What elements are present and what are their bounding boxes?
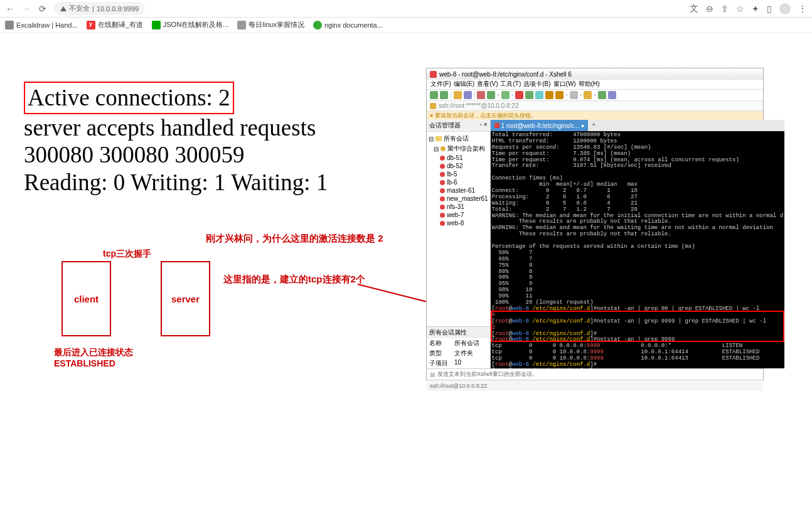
xshell-hint-bar: ● 要添加当前会话，点击左侧的箭头按钮。 (427, 111, 763, 120)
xshell-menu-bar: 文件(F) 编辑(E) 查看(V) 工具(T) 选项卡(B) 窗口(W) 帮助(… (427, 80, 763, 90)
toolbar-icon[interactable] (440, 91, 448, 99)
xshell-titlebar[interactable]: web-8 - root@web-8:/etc/nginx/conf.d - X… (427, 68, 763, 80)
tab-dropdown-icon[interactable]: ▾ (581, 122, 584, 129)
tree-item[interactable]: db-51 (429, 154, 488, 162)
tree-item[interactable]: web-8 (429, 219, 488, 227)
tree-root[interactable]: ⊟ 所有会话 (429, 134, 488, 144)
menu-tools[interactable]: 工具(T) (499, 80, 521, 89)
bookmark-item[interactable]: y在线翻译_有道 (87, 20, 143, 29)
session-properties: 所有会话属性 名称所有会话类型文件夹子项目10 (427, 326, 490, 368)
menu-view[interactable]: 查看(V) (476, 80, 498, 89)
url-divider: | (92, 5, 94, 13)
address-bar[interactable]: 不安全 | 10.0.0.8:9999 (54, 2, 145, 15)
client-box: client (61, 261, 111, 336)
toolbar-icon[interactable] (598, 91, 606, 99)
xshell-toolbar: | | • • • • • (427, 90, 763, 101)
back-button[interactable]: ← (5, 4, 15, 14)
session-tree: ⊟ 所有会话 ⊟ 聚中综合架构 db-51 db-52 lb-5 lb-6 ma… (427, 132, 490, 326)
tree-item[interactable]: db-52 (429, 162, 488, 170)
tcp-handshake-label: tcp三次握手 (103, 248, 151, 260)
bookmarks-bar: Excalidraw | Hand... y在线翻译_有道 JSON在线解析及格… (0, 18, 812, 33)
xshell-sidebar: 会话管理器 ▫ × ⊟ 所有会话 ⊟ 聚中综合架构 db-51 db-52 lb… (427, 120, 491, 368)
toolbar-icon[interactable] (608, 91, 616, 99)
toolbar-icon[interactable] (501, 91, 510, 99)
toolbar-icon[interactable] (584, 91, 592, 99)
bookmark-item[interactable]: Excalidraw | Hand... (5, 21, 78, 29)
forward-button[interactable]: → (21, 4, 31, 14)
xshell-terminal-area: 1 root@web-8:/etc/nginx/c... ▾ + Total t… (491, 120, 784, 368)
toolbar-icon[interactable] (515, 91, 523, 99)
reading-list-icon[interactable]: ▯ (767, 4, 772, 14)
xshell-tab-new[interactable]: + (588, 120, 599, 131)
toolbar-icon[interactable] (570, 91, 578, 99)
toolbar-icon[interactable] (535, 91, 543, 99)
toolbar-icon[interactable] (464, 91, 472, 99)
xshell-tab-bar: 1 root@web-8:/etc/nginx/c... ▾ + (491, 120, 784, 131)
tab-session-icon (494, 123, 499, 128)
browser-nav-bar: ← → ⟳ 不安全 | 10.0.0.8:9999 文 ⊖ ⇪ ☆ ✦ ▯ ⋮ (0, 0, 812, 18)
bookmark-item[interactable]: JSON在线解析及格... (152, 20, 229, 29)
nginx-status-block: Active connections: 2 server accepts han… (24, 82, 328, 196)
toolbar-icon[interactable] (545, 91, 553, 99)
tree-item[interactable]: new_master61 (429, 195, 488, 203)
active-connections-box: Active connections: 2 (24, 82, 234, 114)
props-title: 所有会话属性 (427, 327, 490, 338)
menu-edit[interactable]: 编辑(E) (453, 80, 475, 89)
lock-icon (430, 103, 436, 109)
share-icon[interactable]: ⇪ (721, 4, 729, 14)
nginx-line3: 300080 300080 300059 (24, 141, 328, 169)
toolbar-icon[interactable] (525, 91, 533, 99)
reload-button[interactable]: ⟳ (38, 4, 48, 14)
session-icon (440, 188, 445, 193)
props-row: 名称所有会话 (427, 338, 490, 348)
session-icon (440, 156, 445, 161)
annotation-question-1: 刚才兴林问，为什么这里的激活连接数是 2 (206, 233, 383, 245)
session-manager-title: 会话管理器 ▫ × (427, 120, 490, 132)
tree-item[interactable]: ⊟ 聚中综合架构 (429, 144, 488, 154)
tree-item[interactable]: lb-5 (429, 170, 488, 178)
nginx-line2: server accepts handled requests (24, 114, 328, 142)
xshell-window: web-8 - root@web-8:/etc/nginx/conf.d - X… (426, 68, 764, 380)
bookmark-item[interactable]: 每日linux掌握情况 (237, 20, 304, 29)
xshell-app-icon (430, 71, 437, 78)
avatar-icon[interactable] (779, 3, 791, 14)
tree-item[interactable]: lb-6 (429, 178, 488, 186)
menu-help[interactable]: 帮助(H) (578, 80, 601, 89)
xshell-address-bar[interactable]: ssh://root:******@10.0.0.8:22 (427, 101, 763, 111)
xshell-title-text: web-8 - root@web-8:/etc/nginx/conf.d - X… (439, 71, 572, 78)
menu-file[interactable]: 文件(F) (430, 80, 452, 89)
xshell-tab-active[interactable]: 1 root@web-8:/etc/nginx/c... ▾ (491, 120, 589, 131)
extensions-icon[interactable]: ✦ (752, 4, 759, 14)
toolbar-icon[interactable] (555, 91, 564, 99)
xshell-footer-hint: ▦发送文本到当前Xshell窗口的全部会话。 (427, 368, 763, 380)
tree-item[interactable]: web-7 (429, 211, 488, 219)
info-icon: ● (430, 112, 433, 119)
translate-icon[interactable]: 文 (690, 3, 698, 14)
annotation-question-2: 这里指的是，建立的tcp连接有2个 (223, 274, 365, 286)
toolbar-icon[interactable] (477, 91, 485, 99)
toolbar-icon[interactable] (487, 91, 495, 99)
url-text: 10.0.0.8:9999 (97, 5, 139, 13)
props-row: 类型文件夹 (427, 348, 490, 358)
session-icon (440, 172, 445, 177)
menu-tab[interactable]: 选项卡(B) (523, 80, 551, 89)
menu-window[interactable]: 窗口(W) (553, 80, 577, 89)
sidebar-close-icon[interactable]: ▫ × (479, 121, 487, 130)
toolbar-icon[interactable] (454, 91, 462, 99)
warning-icon (60, 6, 67, 11)
xshell-terminal[interactable]: Total transferred: 47000000 bytes HTML t… (491, 131, 784, 368)
bookmark-icon[interactable]: ☆ (736, 4, 744, 14)
session-icon (441, 146, 446, 151)
menu-icon[interactable]: ⋮ (798, 4, 807, 14)
bookmark-item[interactable]: nginx documenta... (313, 21, 383, 29)
tree-item[interactable]: master-61 (429, 186, 488, 195)
established-label: 最后进入已连接状态 ESTABLISHED (54, 347, 133, 368)
zoom-icon[interactable]: ⊖ (706, 4, 713, 14)
folder-icon (435, 136, 442, 141)
toolbar-icon[interactable] (430, 91, 438, 99)
browser-right-icons: 文 ⊖ ⇪ ☆ ✦ ▯ ⋮ (690, 3, 807, 14)
props-row: 子项目10 (427, 358, 490, 368)
session-icon (440, 164, 445, 169)
session-icon (440, 213, 445, 218)
tree-item[interactable]: nfs-31 (429, 203, 488, 211)
